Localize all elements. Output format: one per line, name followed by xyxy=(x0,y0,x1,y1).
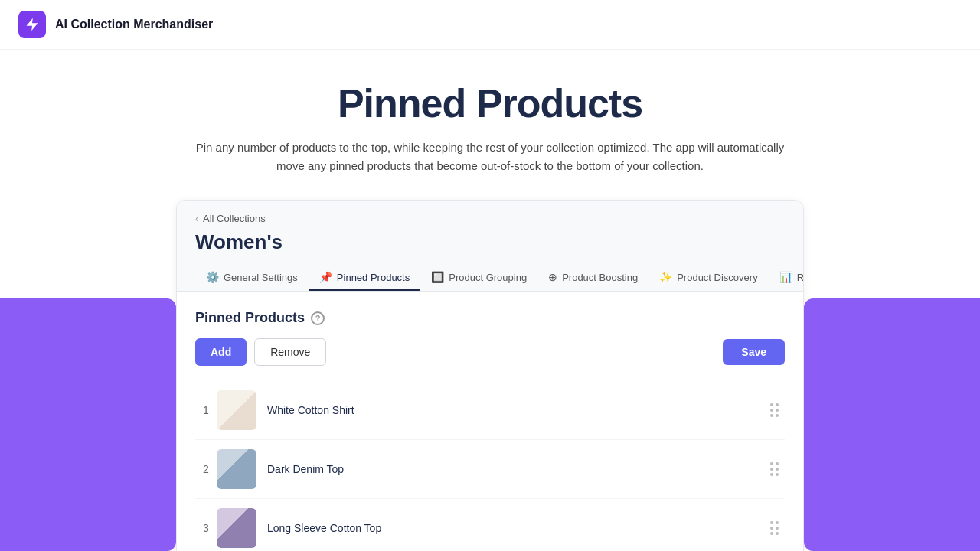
main-card: ‹ All Collections Women's ⚙️ General Set… xyxy=(176,200,804,551)
drag-handle[interactable] xyxy=(764,400,785,420)
actions-row: Add Remove Save xyxy=(195,338,785,366)
actions-left: Add Remove xyxy=(195,338,326,366)
product-name: White Cotton Shirt xyxy=(267,404,764,416)
tab-product-boosting-label: Product Boosting xyxy=(562,272,638,283)
page-description: Pin any number of products to the top, w… xyxy=(191,139,789,175)
table-row: 1 White Cotton Shirt xyxy=(195,381,785,440)
tab-product-discovery[interactable]: ✨ Product Discovery xyxy=(648,265,768,291)
drag-dots xyxy=(770,403,779,417)
breadcrumb-link[interactable]: All Collections xyxy=(203,213,266,224)
page-heading: Pinned Products xyxy=(338,80,642,126)
product-list: 1 White Cotton Shirt xyxy=(195,381,785,551)
product-number: 3 xyxy=(195,522,217,534)
ranking-icon: 📊 xyxy=(779,271,792,283)
section-title: Pinned Products xyxy=(195,310,305,326)
table-row: 3 Long Sleeve Cotton Top xyxy=(195,499,785,551)
nav-tabs: ⚙️ General Settings 📌 Pinned Products 🔲 … xyxy=(195,265,785,291)
product-number: 2 xyxy=(195,463,217,475)
tab-pinned-products[interactable]: 📌 Pinned Products xyxy=(309,265,420,291)
tab-general-settings[interactable]: ⚙️ General Settings xyxy=(195,265,309,291)
pin-icon: 📌 xyxy=(319,271,332,283)
tab-product-boosting[interactable]: ⊕ Product Boosting xyxy=(537,265,648,291)
product-image xyxy=(217,508,256,548)
card-nav-bar: ‹ All Collections Women's ⚙️ General Set… xyxy=(177,201,803,292)
tab-product-grouping-label: Product Grouping xyxy=(449,272,527,283)
tab-ranking-data-label: Ranking Data xyxy=(797,272,804,283)
drag-dots xyxy=(770,521,779,535)
tab-product-discovery-label: Product Discovery xyxy=(677,272,757,283)
tab-general-settings-label: General Settings xyxy=(224,272,298,283)
drag-handle[interactable] xyxy=(764,518,785,538)
save-button[interactable]: Save xyxy=(723,339,785,365)
table-row: 2 Dark Denim Top xyxy=(195,440,785,499)
grouping-icon: 🔲 xyxy=(431,271,444,283)
boosting-icon: ⊕ xyxy=(548,271,557,283)
collection-title: Women's xyxy=(195,230,785,254)
info-icon[interactable]: ? xyxy=(311,311,325,325)
drag-handle[interactable] xyxy=(764,459,785,479)
add-button[interactable]: Add xyxy=(195,338,247,366)
remove-button[interactable]: Remove xyxy=(254,338,326,366)
product-image xyxy=(217,449,256,489)
product-image xyxy=(217,390,256,430)
breadcrumb-arrow: ‹ xyxy=(195,214,198,224)
drag-dots xyxy=(770,462,779,476)
product-number: 1 xyxy=(195,404,217,416)
app-title: AI Collection Merchandiser xyxy=(55,18,213,31)
product-name: Long Sleeve Cotton Top xyxy=(267,522,764,534)
side-panel-right xyxy=(804,298,980,551)
card-body: Pinned Products ? Add Remove Save 1 Whit… xyxy=(177,292,803,551)
tab-product-grouping[interactable]: 🔲 Product Grouping xyxy=(420,265,537,291)
discovery-icon: ✨ xyxy=(659,271,672,283)
tab-ranking-data[interactable]: 📊 Ranking Data xyxy=(769,265,804,291)
section-title-row: Pinned Products ? xyxy=(195,310,785,326)
side-panel-left xyxy=(0,298,176,551)
app-header: AI Collection Merchandiser xyxy=(0,0,980,50)
tab-pinned-products-label: Pinned Products xyxy=(337,272,410,283)
breadcrumb: ‹ All Collections xyxy=(195,213,785,224)
settings-icon: ⚙️ xyxy=(206,271,219,283)
product-name: Dark Denim Top xyxy=(267,463,764,475)
app-logo xyxy=(18,11,46,38)
bolt-icon xyxy=(24,17,40,32)
